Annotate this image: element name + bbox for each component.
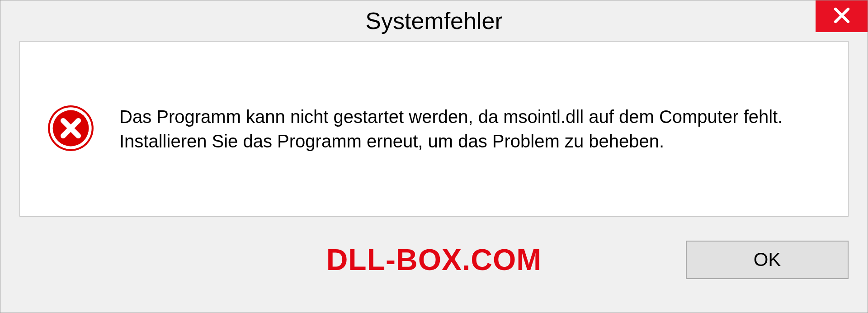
titlebar: Systemfehler — [0, 0, 868, 41]
error-dialog: Systemfehler Das Programm kann nicht ges… — [0, 0, 868, 313]
dialog-title: Systemfehler — [365, 7, 502, 34]
content-area: Das Programm kann nicht gestartet werden… — [19, 41, 849, 217]
watermark-text: DLL-BOX.COM — [326, 242, 542, 277]
ok-button[interactable]: OK — [686, 241, 849, 279]
close-button[interactable] — [816, 0, 868, 32]
error-icon — [47, 104, 94, 154]
footer: DLL-BOX.COM OK — [0, 217, 868, 303]
close-icon — [832, 6, 851, 27]
error-message: Das Programm kann nicht gestartet werden… — [119, 104, 821, 153]
